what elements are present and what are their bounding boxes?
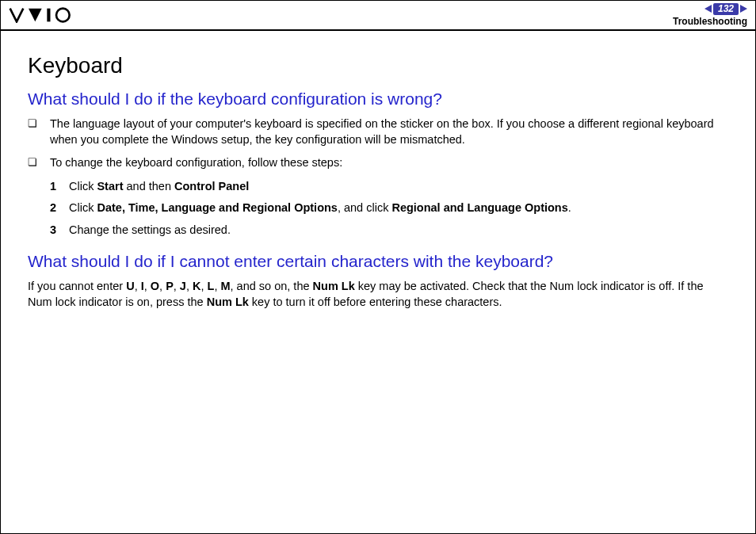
vaio-logo — [9, 6, 88, 24]
bullet-item: ❏ To change the keyboard configuration, … — [28, 155, 728, 171]
bullet-item: ❏ The language layout of your computer's… — [28, 116, 728, 147]
bullet-icon: ❏ — [28, 116, 50, 131]
step-item: 3 Change the settings as desired. — [50, 223, 728, 238]
step-item: 1 Click Start and then Control Panel — [50, 179, 728, 195]
steps-list: 1 Click Start and then Control Panel 2 C… — [50, 179, 728, 238]
bullet-text: To change the keyboard configuration, fo… — [50, 155, 728, 171]
bullet-icon: ❏ — [28, 155, 50, 170]
page-title: Keyboard — [28, 53, 728, 78]
question-heading-2: What should I do if I cannot enter certa… — [28, 252, 728, 271]
paragraph: If you cannot enter U, I, O, P, J, K, L,… — [28, 279, 728, 310]
question-heading-1: What should I do if the keyboard configu… — [28, 90, 728, 109]
page-header: 132 Troubleshooting — [1, 1, 755, 31]
step-number: 1 — [50, 179, 69, 195]
step-text: Click Date, Time, Language and Regional … — [69, 200, 728, 216]
step-number: 3 — [50, 223, 69, 238]
page-navigation: 132 — [673, 3, 747, 15]
step-item: 2 Click Date, Time, Language and Regiona… — [50, 200, 728, 216]
step-text: Click Start and then Control Panel — [69, 179, 728, 195]
prev-page-arrow-icon[interactable] — [704, 5, 712, 13]
step-text: Change the settings as desired. — [69, 223, 728, 238]
section-label: Troubleshooting — [673, 17, 747, 27]
svg-rect-0 — [47, 9, 50, 22]
bullet-text: The language layout of your computer's k… — [50, 116, 728, 147]
next-page-arrow-icon[interactable] — [740, 5, 747, 13]
page-number: 132 — [713, 3, 739, 15]
step-number: 2 — [50, 200, 69, 216]
header-right: 132 Troubleshooting — [673, 3, 747, 27]
svg-point-1 — [56, 9, 70, 22]
page-content: Keyboard What should I do if the keyboar… — [1, 31, 755, 311]
